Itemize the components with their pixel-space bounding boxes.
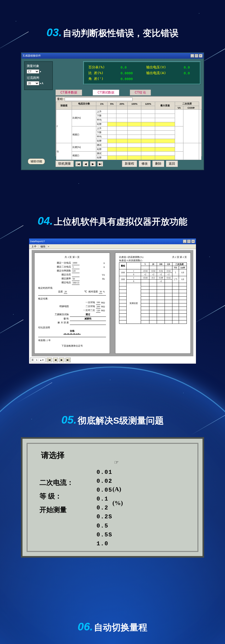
win05-values: 0.01 0.02 0.05 0.1 0.2 0.2S 0.5 0.5S 1.0	[97, 467, 113, 548]
heading-03: 03.自动判断极性错误，变比错误	[0, 26, 225, 39]
grp4-metric: 相差(')	[72, 152, 96, 160]
meter-voltage-value: 0.0	[182, 64, 198, 70]
opt-0[interactable]: 0.01	[97, 468, 113, 477]
tab-test[interactable]: CT测试数据	[93, 90, 119, 96]
tab-conclusion[interactable]: CT结 论	[130, 90, 151, 96]
return-button[interactable]: 返回	[166, 160, 178, 167]
aux-button[interactable]: 辅助功能	[28, 158, 45, 164]
meter-percent-label: 百分表(%)	[86, 64, 119, 70]
menu-file[interactable]: 文件	[30, 245, 38, 249]
gh-error: 误差值	[56, 102, 72, 110]
start-measure-label[interactable]: 开始测量	[40, 503, 97, 517]
heading-06: 06.自动切换量程	[0, 620, 225, 634]
nav-last-button[interactable]: ▶|	[65, 358, 71, 362]
connect-button[interactable]: 联机测量	[55, 160, 74, 167]
win04-menubar: 文件 编辑 ▾	[29, 244, 196, 249]
sec-current-label: 二次电流：	[40, 476, 97, 490]
window-03-calibration: 互感器校验软件 _ □ × 测量对象 CT▾ 过流跳闸 20▾A 辅助功能 百分…	[21, 52, 204, 170]
opt-1[interactable]: 0.02	[97, 477, 113, 486]
gh-20: 20%	[116, 102, 127, 106]
range-label: 量程:	[57, 97, 64, 101]
window-04-report: DataReport1T _ □ × 文件 编辑 ▾ 共 2 页 第 1 页 额…	[29, 238, 196, 364]
tab-basic[interactable]: CT基本数据	[55, 90, 82, 96]
close-button[interactable]: ×	[191, 240, 195, 243]
heading-05-title: 彻底解决S级测量问题	[78, 415, 164, 425]
zoom-control[interactable]: 页1▲▼	[30, 358, 46, 362]
overcurrent-unit: A	[42, 82, 43, 85]
remark-label: 结论及说明	[38, 326, 106, 329]
measure-object-select[interactable]: CT	[27, 69, 39, 74]
opt-4[interactable]: 0.2	[97, 504, 113, 513]
gh-1: 1%	[96, 102, 108, 106]
gh-100: 100%	[128, 102, 141, 106]
maximize-button[interactable]: □	[195, 54, 198, 58]
range-input[interactable]	[65, 97, 133, 101]
tabs-row: CT基本数据 CT测试数据 CT结 论	[55, 90, 151, 96]
meter-angle-label: 角 差(')	[86, 76, 119, 82]
nav-prev-icon[interactable]: ◀	[83, 161, 88, 166]
nav-first-button[interactable]: |◀	[47, 358, 52, 362]
delete-button[interactable]: 删除	[152, 160, 164, 167]
meter-current-value: 0.0	[182, 70, 198, 76]
overcurrent-select[interactable]: 20	[27, 81, 39, 85]
minimize-button[interactable]: _	[183, 240, 187, 243]
page1-header: 共 2 页 第 1 页	[38, 256, 106, 259]
page1-fields: 额定一次电流1000A 额定二次电流5A 额定功率因数0.8 额定负荷VA 额定…	[38, 261, 106, 285]
opt-5[interactable]: 0.2S	[97, 513, 113, 521]
win04-navbar: 页1▲▼ |◀ ◀ ▶ ▶|	[30, 357, 71, 363]
p2-title2: 角差值 δ 的误差因数(')	[119, 259, 143, 262]
meter-percent-value: 0.0	[119, 64, 144, 70]
win03-buttons: 联机测量 |◀ ◀ ▶ ▶| 新量程 修改 删除 返回	[55, 160, 178, 167]
heading-03-title: 自动判断极性错误，变比错误	[63, 28, 178, 38]
nav-last-icon[interactable]: ▶|	[97, 161, 103, 166]
nav-next-button[interactable]: ▶	[59, 358, 64, 362]
close-button[interactable]: ×	[199, 54, 203, 58]
win03-titlebar: 互感器校验软件 _ □ ×	[21, 53, 204, 59]
opt-2[interactable]: 0.05	[97, 486, 113, 495]
gh-cos: COSΦ	[183, 106, 199, 110]
heading-06-num: 06.	[78, 620, 93, 633]
grade-label: 等 级：	[40, 490, 97, 503]
gh-va: VA	[175, 106, 183, 110]
nav-first-icon[interactable]: |◀	[75, 161, 81, 166]
test-grid: 量程: 误差值 电流百分数 1% 5% 20% 100% 120% 最大变差 二…	[55, 96, 202, 156]
unit-A: (A)	[113, 482, 141, 496]
meter-current-label: 输出电流(A)	[144, 70, 182, 76]
page2-header: 共 2 页 第 2 页	[172, 256, 187, 260]
newrange-button[interactable]: 新量程	[122, 160, 137, 167]
measure-object-label: 测量对象	[27, 64, 50, 68]
gh-maxdev: 最大变差	[155, 102, 175, 110]
win05-labels: 二次电流： 等 级： 开始测量	[34, 467, 97, 548]
meter-ratio-label: 比 差(%)	[86, 70, 119, 76]
opt-3[interactable]: 0.1	[97, 495, 113, 504]
unit-percent: (%)	[113, 496, 141, 510]
nav-next-icon[interactable]: ▶	[90, 161, 96, 166]
heading-06-title: 自动切换量程	[94, 622, 147, 632]
pointer-icon: ☞	[114, 459, 119, 465]
win04-title: DataReport1T	[30, 240, 45, 243]
opt-8[interactable]: 1.0	[97, 540, 113, 548]
meter-angle-value: 0.0000	[119, 76, 144, 82]
grp1-name: f	[56, 110, 72, 143]
report-page-1: 共 2 页 第 1 页 额定一次电流1000A 额定二次电流5A 额定功率因数0…	[34, 253, 110, 354]
nav-prev-button[interactable]: ◀	[53, 358, 58, 362]
gh-120: 120%	[141, 102, 155, 106]
win03-title: 互感器校验软件	[22, 54, 41, 58]
result-label: 检定结果:	[38, 297, 106, 301]
env-label: 检定时的环境:	[38, 286, 106, 290]
minimize-button[interactable]: _	[190, 54, 194, 58]
heading-04-num: 04.	[38, 215, 53, 227]
grp3-name: f2	[56, 143, 72, 160]
meter-voltage-label: 输出电压(V)	[144, 64, 182, 70]
heading-05-num: 05.	[61, 414, 76, 426]
opt-7[interactable]: 0.5S	[97, 531, 113, 540]
modify-button[interactable]: 修改	[139, 160, 151, 167]
maximize-button[interactable]: □	[187, 240, 191, 243]
opt-6[interactable]: 0.5	[97, 522, 113, 531]
gh-5: 5%	[108, 102, 116, 106]
gh-secload: 二次负荷	[175, 102, 199, 106]
heading-04: 04.上位机软件具有虚拟仪器开放功能	[0, 215, 225, 228]
menu-edit[interactable]: 编辑	[39, 245, 47, 249]
window-05-select: 请选择 ☞ 二次电流： 等 级： 开始测量 0.01 0.02 0.05 0.1…	[21, 437, 204, 558]
grp1-metric: 比差(%)	[72, 110, 96, 126]
